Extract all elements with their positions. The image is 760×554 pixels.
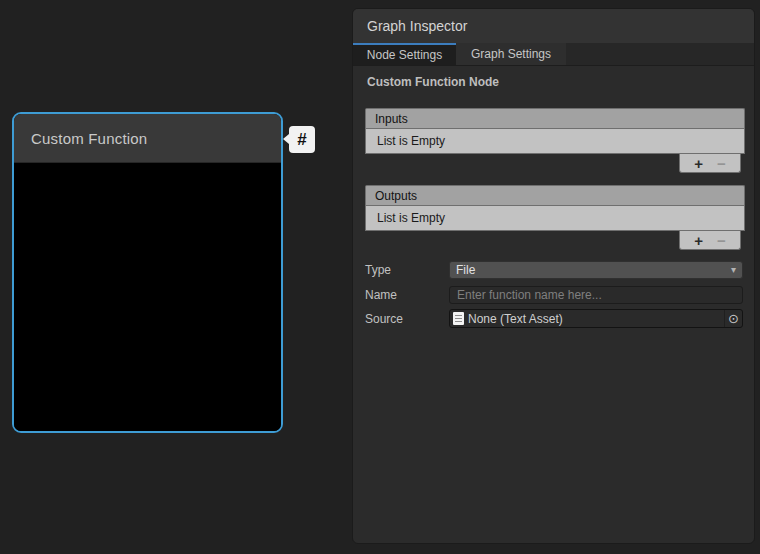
outputs-remove-button[interactable]: − <box>717 233 726 248</box>
object-picker-icon[interactable]: ⊙ <box>724 310 742 327</box>
node-body <box>14 164 281 431</box>
tab-node-settings-label: Node Settings <box>367 48 442 62</box>
inputs-list-header: Inputs <box>365 108 745 128</box>
node-title: Custom Function <box>31 130 147 147</box>
inputs-list-footer: + − <box>679 154 741 173</box>
inputs-add-button[interactable]: + <box>694 156 703 171</box>
tab-graph-settings-label: Graph Settings <box>471 47 551 61</box>
panel-title: Graph Inspector <box>367 18 467 34</box>
source-object-field[interactable]: None (Text Asset) ⊙ <box>449 309 743 328</box>
inputs-empty-label: List is Empty <box>377 134 445 148</box>
hash-icon: # <box>297 131 306 148</box>
source-label: Source <box>365 312 449 326</box>
node-title-bar[interactable]: Custom Function <box>14 114 281 163</box>
outputs-list: Outputs List is Empty + − <box>365 185 745 231</box>
hash-badge: # <box>289 126 315 153</box>
inputs-list: Inputs List is Empty + − <box>365 108 745 154</box>
function-name-input[interactable] <box>449 286 743 304</box>
type-dropdown[interactable]: File ▾ <box>449 261 743 279</box>
shader-graph-window: Custom Function # Graph Inspector Node S… <box>0 0 760 554</box>
tab-node-settings[interactable]: Node Settings <box>353 43 456 65</box>
outputs-list-empty-row: List is Empty <box>365 205 745 231</box>
name-label: Name <box>365 288 449 302</box>
outputs-add-button[interactable]: + <box>694 233 703 248</box>
type-field-row: Type File ▾ <box>365 261 743 279</box>
outputs-list-title: Outputs <box>375 189 417 203</box>
tab-graph-settings[interactable]: Graph Settings <box>456 43 566 65</box>
section-heading: Custom Function Node <box>367 75 499 89</box>
text-asset-icon <box>453 312 464 325</box>
type-label: Type <box>365 263 449 277</box>
source-object-value: None (Text Asset) <box>468 312 563 326</box>
chevron-down-icon: ▾ <box>731 265 736 275</box>
panel-header[interactable]: Graph Inspector <box>353 9 754 43</box>
badge-tail <box>283 134 289 144</box>
inputs-remove-button[interactable]: − <box>717 156 726 171</box>
inputs-list-empty-row: List is Empty <box>365 128 745 154</box>
graph-inspector-panel: Graph Inspector Node Settings Graph Sett… <box>352 8 755 544</box>
outputs-list-header: Outputs <box>365 185 745 205</box>
custom-function-node[interactable]: Custom Function <box>12 112 283 433</box>
name-field-row: Name <box>365 286 743 304</box>
inputs-list-title: Inputs <box>375 112 408 126</box>
source-field-row: Source None (Text Asset) ⊙ <box>365 309 743 328</box>
outputs-empty-label: List is Empty <box>377 211 445 225</box>
tab-bar: Node Settings Graph Settings <box>353 43 754 66</box>
outputs-list-footer: + − <box>679 231 741 250</box>
type-dropdown-value: File <box>456 263 475 277</box>
